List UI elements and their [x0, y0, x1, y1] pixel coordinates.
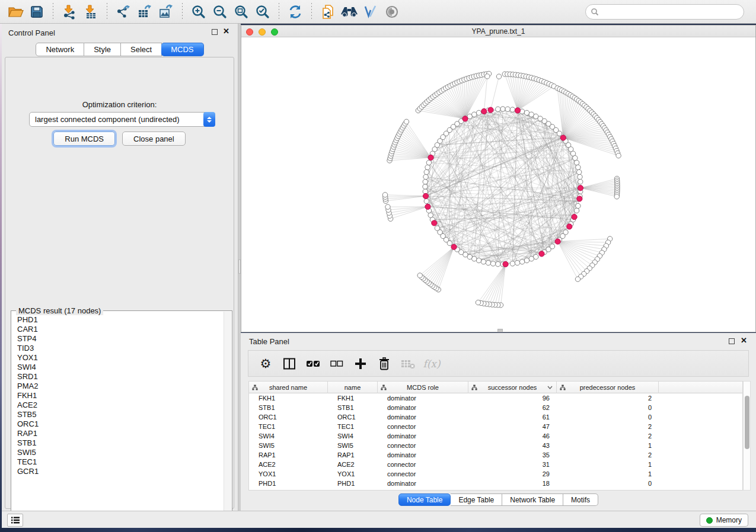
zoom-in-icon[interactable]: [188, 2, 209, 21]
list-item[interactable]: STP4: [17, 334, 224, 344]
search-input[interactable]: [599, 6, 744, 18]
table-cell: 2: [557, 422, 659, 431]
list-item[interactable]: STB1: [17, 438, 224, 448]
tab-edge-table[interactable]: Edge Table: [451, 493, 502, 506]
table-cell: SWI5: [328, 441, 378, 450]
table-scrollbar[interactable]: [743, 381, 751, 491]
list-item[interactable]: SRD1: [17, 372, 224, 382]
tab-network-table[interactable]: Network Table: [502, 493, 563, 506]
list-item[interactable]: FKH1: [17, 391, 224, 400]
graphics-details-icon[interactable]: [360, 2, 381, 21]
memory-button[interactable]: Memory: [700, 514, 748, 527]
table-cell: 1: [557, 460, 659, 469]
zoom-out-icon[interactable]: [209, 2, 231, 21]
table-cell: 62: [468, 403, 557, 412]
list-item[interactable]: SWI5: [17, 448, 224, 457]
table-row[interactable]: YOX1YOX1connector291: [249, 469, 742, 479]
table-row[interactable]: ACE2ACE2connector311: [249, 460, 742, 469]
table-cell: 0: [557, 479, 659, 488]
task-history-icon[interactable]: [7, 514, 23, 527]
list-item[interactable]: PHD1: [17, 315, 224, 325]
close-panel-button[interactable]: Close panel: [122, 132, 186, 146]
table-cell: 2: [557, 393, 659, 403]
dropdown-stepper-icon: [203, 112, 215, 127]
list-item[interactable]: SWI4: [17, 363, 224, 372]
refresh-view-icon[interactable]: [285, 2, 306, 21]
toolbar-separator: [279, 3, 279, 21]
memory-label: Memory: [716, 516, 742, 524]
list-item[interactable]: PMA2: [17, 382, 224, 391]
table-cell: RAP1: [328, 450, 378, 460]
table-row[interactable]: SWI5SWI5connector431: [249, 441, 742, 450]
toolbar-separator: [182, 3, 183, 21]
function-builder-icon: f(x): [423, 355, 441, 373]
horizontal-divider-grip[interactable]: [497, 329, 503, 332]
control-panel: Control Panel ✕ NetworkStyleSelectMCDS O…: [2, 24, 238, 511]
table-row[interactable]: ORC1ORC1dominator610: [249, 412, 742, 422]
deselect-all-icon[interactable]: [328, 355, 346, 373]
table-row[interactable]: SWI4SWI4dominator462: [249, 431, 742, 441]
table-cell: FKH1: [249, 393, 328, 403]
tab-motifs[interactable]: Motifs: [563, 493, 598, 506]
show-hide-icon[interactable]: [381, 2, 403, 21]
tab-style[interactable]: Style: [84, 43, 121, 56]
column-header-name[interactable]: name: [328, 382, 378, 393]
list-item[interactable]: TID3: [17, 344, 224, 353]
clone-network-icon[interactable]: [317, 2, 339, 21]
show-columns-icon[interactable]: [280, 355, 298, 373]
table-row[interactable]: TEC1TEC1connector472: [249, 422, 742, 431]
search-network-icon[interactable]: [339, 2, 360, 21]
list-item[interactable]: TEC1: [17, 457, 224, 467]
add-column-icon[interactable]: [352, 355, 369, 373]
table-row[interactable]: RAP1RAP1dominator352: [249, 450, 742, 460]
export-image-icon[interactable]: [155, 2, 177, 21]
tab-mcds[interactable]: MCDS: [161, 43, 203, 56]
app-window: Control Panel ✕ NetworkStyleSelectMCDS O…: [0, 0, 756, 532]
table-cell: 29: [468, 469, 557, 479]
list-item[interactable]: STB5: [17, 410, 224, 419]
list-item[interactable]: GCR1: [17, 467, 224, 476]
mcds-list-scrollbar[interactable]: [224, 312, 231, 530]
control-panel-tabs: NetworkStyleSelectMCDS: [2, 43, 238, 56]
network-titlebar[interactable]: YPA_prune.txt_1: [241, 25, 755, 37]
tab-select[interactable]: Select: [121, 43, 162, 56]
tab-node-table[interactable]: Node Table: [398, 493, 451, 506]
criterion-dropdown[interactable]: largest connected component (undirected): [29, 112, 215, 127]
column-header-mcds-role[interactable]: MCDS role: [378, 382, 468, 393]
list-item[interactable]: YOX1: [17, 353, 224, 363]
table-cell: 43: [468, 441, 557, 450]
table-row[interactable]: STB1STB1dominator620: [249, 403, 742, 412]
import-table-icon[interactable]: [80, 2, 101, 21]
open-file-icon[interactable]: [5, 2, 26, 21]
list-item[interactable]: ORC1: [17, 419, 224, 429]
network-canvas[interactable]: [241, 37, 755, 332]
tab-network[interactable]: Network: [36, 43, 84, 56]
table-cell: 18: [468, 479, 557, 488]
zoom-fit-icon[interactable]: [231, 2, 252, 21]
table-cell: ORC1: [249, 412, 328, 422]
delete-column-icon[interactable]: [375, 355, 393, 373]
close-panel-icon[interactable]: ✕: [741, 336, 747, 345]
export-network-icon[interactable]: [113, 2, 134, 21]
table-row[interactable]: PHD1PHD1dominator180: [249, 479, 742, 488]
close-panel-icon[interactable]: ✕: [223, 27, 229, 36]
column-header-predecessor-nodes[interactable]: predecessor nodes: [557, 382, 659, 393]
select-all-icon[interactable]: [304, 355, 322, 373]
table-cell: 0: [557, 412, 659, 422]
list-item[interactable]: RAP1: [17, 429, 224, 438]
export-table-icon[interactable]: [134, 2, 155, 21]
column-header-shared-name[interactable]: shared name: [249, 382, 328, 393]
table-row[interactable]: FKH1FKH1dominator962: [249, 393, 742, 403]
save-icon[interactable]: [26, 2, 47, 21]
table-options-icon[interactable]: ⚙: [257, 355, 275, 373]
float-panel-icon[interactable]: [729, 338, 735, 344]
import-network-icon[interactable]: [59, 2, 80, 21]
list-item[interactable]: CAR1: [17, 325, 224, 334]
network-search-field[interactable]: [585, 4, 744, 20]
run-mcds-button[interactable]: Run MCDS: [53, 132, 115, 146]
list-item[interactable]: ACE2: [17, 400, 224, 410]
column-header-successor-nodes[interactable]: successor nodes: [468, 382, 557, 393]
float-panel-icon[interactable]: [212, 29, 218, 35]
zoom-selected-icon[interactable]: [252, 2, 273, 21]
scrollbar-thumb[interactable]: [745, 396, 749, 449]
